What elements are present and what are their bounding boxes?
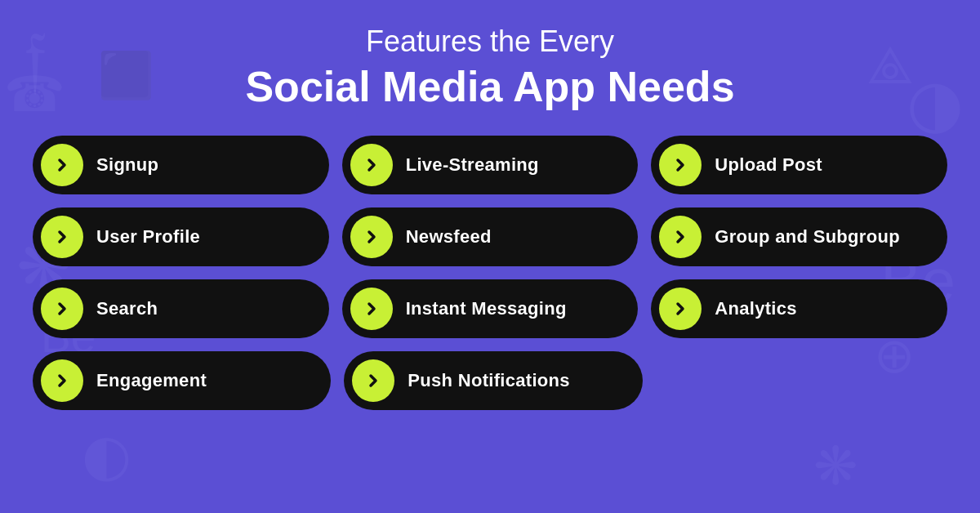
feature-label-group-subgroup: Group and Subgroup — [715, 226, 900, 248]
main-content: Features the Every Social Media App Need… — [0, 0, 980, 426]
header-title: Social Media App Needs — [33, 62, 947, 111]
feature-item-live-streaming[interactable]: Live-Streaming — [342, 136, 639, 194]
feature-item-analytics[interactable]: Analytics — [651, 279, 947, 338]
chevron-icon-analytics — [659, 288, 702, 330]
feature-label-newsfeed: Newsfeed — [406, 226, 492, 248]
feature-item-search[interactable]: Search — [33, 279, 329, 338]
features-grid: Signup Live-Streaming Upload Post User — [33, 136, 947, 410]
chevron-icon-engagement — [41, 359, 83, 402]
chevron-icon-search — [41, 288, 83, 330]
feature-label-engagement: Engagement — [96, 370, 207, 391]
feature-label-search: Search — [96, 298, 158, 319]
feature-label-user-profile: User Profile — [96, 226, 200, 248]
feature-label-signup: Signup — [96, 154, 158, 176]
chevron-icon-live-streaming — [350, 144, 393, 186]
feature-label-live-streaming: Live-Streaming — [406, 154, 539, 176]
header: Features the Every Social Media App Need… — [33, 25, 947, 111]
feature-item-upload-post[interactable]: Upload Post — [651, 136, 947, 194]
feature-label-push-notifications: Push Notifications — [408, 370, 570, 391]
feature-item-signup[interactable]: Signup — [33, 136, 329, 194]
chevron-icon-instant-messaging — [350, 288, 393, 330]
feature-item-group-subgroup[interactable]: Group and Subgroup — [651, 207, 947, 266]
chevron-icon-upload-post — [659, 144, 702, 186]
chevron-icon-signup — [41, 144, 83, 186]
feature-item-instant-messaging[interactable]: Instant Messaging — [342, 279, 639, 338]
feature-item-newsfeed[interactable]: Newsfeed — [342, 207, 639, 266]
feature-label-upload-post: Upload Post — [715, 154, 822, 176]
chevron-icon-user-profile — [41, 216, 83, 258]
row4-wrapper: Engagement Push Notifications — [33, 351, 947, 410]
feature-item-engagement[interactable]: Engagement — [33, 351, 331, 410]
chevron-icon-push-notifications — [352, 359, 394, 402]
chevron-icon-group-subgroup — [659, 216, 702, 258]
feature-item-push-notifications[interactable]: Push Notifications — [344, 351, 642, 410]
feature-label-analytics: Analytics — [715, 298, 797, 319]
feature-label-instant-messaging: Instant Messaging — [406, 298, 567, 319]
chevron-icon-newsfeed — [350, 216, 393, 258]
header-subtitle: Features the Every — [33, 25, 947, 59]
feature-item-user-profile[interactable]: User Profile — [33, 207, 329, 266]
